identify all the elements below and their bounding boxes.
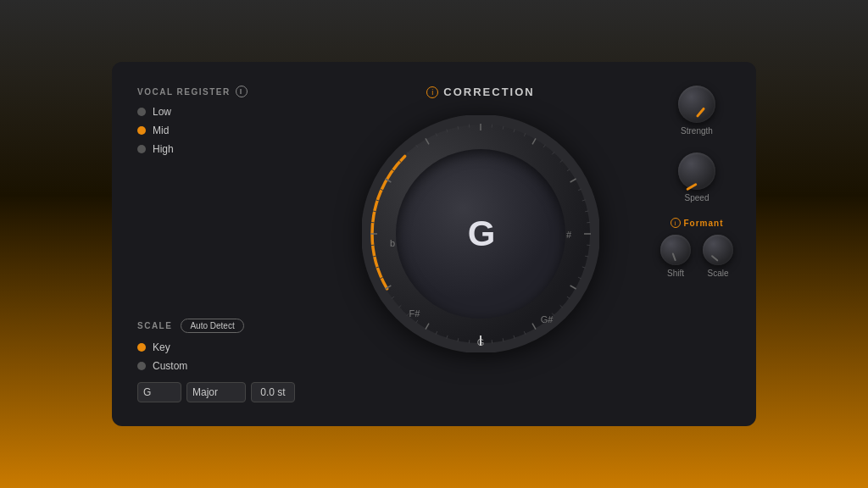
svg-line-29 [560,305,563,308]
svg-line-28 [567,297,570,298]
key-custom-group: Key Custom [137,341,307,372]
speed-indicator [686,183,698,191]
register-high-label: High [153,143,174,155]
register-high-dot [137,145,146,153]
auto-detect-button[interactable]: Auto Detect [181,319,243,333]
pitch-wheel[interactable]: F# G G# b # G [362,115,599,352]
register-mid[interactable]: Mid [137,125,307,136]
scale-key[interactable]: Key [137,341,307,353]
register-high[interactable]: High [137,143,307,155]
formant-section: i Formant Shift Scale [660,218,733,278]
svg-line-61 [416,145,418,147]
svg-line-14 [552,152,554,154]
scale-label: SCALE [137,321,172,330]
right-panel: Strength Speed i Formant Shift [654,86,731,402]
speed-knob-group: Speed [678,152,715,202]
mode-dropdown[interactable]: Major Minor Dorian Chromatic [186,382,246,402]
shift-indicator [672,252,676,261]
scale-key-dot [137,343,146,352]
register-low-label: Low [153,106,171,118]
wheel-outer: F# G G# b # G [362,115,599,352]
svg-line-15 [560,160,563,163]
svg-line-46 [392,297,394,298]
svg-line-43 [416,320,418,323]
svg-line-12 [532,138,536,144]
svg-text:#: # [566,230,572,240]
scale-indicator [711,255,719,262]
svg-line-27 [570,286,576,289]
center-panel: i CORRECTION [307,86,654,402]
scale-knob[interactable] [703,235,733,265]
wheel-inner: G [396,149,565,319]
plugin-window: VOCAL REGISTER i Low Mid High SCALE Auto… [112,62,756,426]
strength-indicator [696,107,705,118]
svg-line-45 [398,305,401,308]
shift-knob[interactable] [660,235,691,265]
svg-text:b: b [390,238,395,248]
scale-custom-label: Custom [153,360,187,372]
scale-label: Scale [707,269,728,278]
scale-section: SCALE Auto Detect Key Custom G A B [137,319,307,402]
shift-knob-group: Shift [660,235,691,278]
scale-custom[interactable]: Custom [137,360,307,372]
register-mid-label: Mid [153,125,169,136]
svg-line-16 [567,169,570,171]
scale-custom-dot [137,362,146,370]
correction-info-icon[interactable]: i [426,86,438,98]
correction-title: i CORRECTION [426,86,534,98]
formant-knobs-row: Shift Scale [660,235,733,278]
scale-header: SCALE Auto Detect [137,319,307,333]
st-value: 0.0 st [251,382,295,402]
register-low-dot [137,108,146,116]
svg-line-17 [570,179,576,182]
wheel-center-note: G [468,214,494,254]
strength-label: Strength [681,126,713,136]
svg-line-42 [426,324,429,330]
dropdowns-row: G A B C D E F Major Minor Dorian Chromat… [137,382,307,402]
shift-label: Shift [667,269,684,278]
register-low[interactable]: Low [137,106,307,118]
svg-line-32 [532,324,536,330]
speed-knob[interactable] [678,152,715,190]
svg-text:F#: F# [409,308,421,319]
strength-knob-group: Strength [678,86,715,136]
speed-label: Speed [685,193,709,202]
formant-title: i Formant [670,218,724,228]
register-mid-dot [137,126,146,135]
formant-label: Formant [684,219,724,228]
vocal-register-group: Low Mid High [137,106,307,155]
scale-knob-group: Scale [703,235,733,278]
vocal-register-label: VOCAL REGISTER i [137,86,307,97]
svg-text:G#: G# [541,314,554,324]
formant-info-icon[interactable]: i [670,218,681,228]
scale-key-label: Key [153,341,170,353]
svg-line-60 [407,152,409,154]
key-dropdown[interactable]: G A B C D E F [137,382,181,402]
vocal-register-info-icon[interactable]: i [236,86,248,97]
left-panel: VOCAL REGISTER i Low Mid High SCALE Auto… [137,86,307,402]
svg-line-13 [543,145,545,147]
strength-knob[interactable] [678,86,715,123]
svg-line-62 [426,138,429,144]
